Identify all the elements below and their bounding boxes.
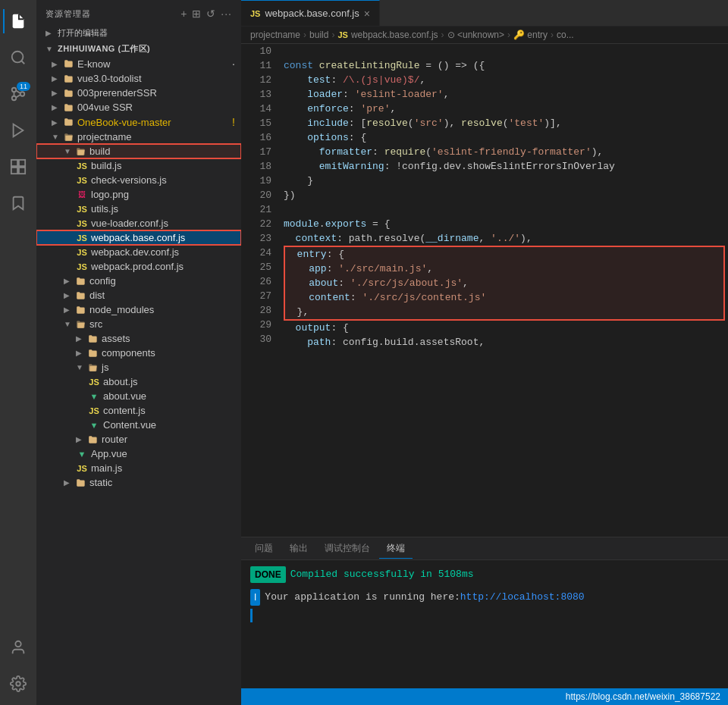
sidebar-item-build-js[interactable]: JS build.js bbox=[36, 158, 241, 173]
sidebar-item-check-versions[interactable]: JS check-versions.js bbox=[36, 173, 241, 187]
svg-line-7 bbox=[16, 95, 20, 98]
sidebar-item-projectname[interactable]: ▼ projectname bbox=[36, 130, 241, 144]
terminal-content[interactable]: DONE Compiled successfully in 5108ms I Y… bbox=[241, 560, 728, 688]
js-icon: JS bbox=[76, 233, 88, 243]
breadcrumb-sep: › bbox=[507, 30, 510, 40]
folder-icon bbox=[76, 276, 86, 287]
open-editors-label: 打开的编辑器 bbox=[58, 27, 108, 39]
sidebar-item-dist[interactable]: ▶ dist bbox=[36, 288, 241, 302]
refresh-icon[interactable]: ↺ bbox=[206, 8, 216, 20]
info-badge: I bbox=[250, 589, 260, 606]
sidebar-item-003prerender[interactable]: ▶ 003prerenderSSR bbox=[36, 86, 241, 100]
sidebar-item-js-folder[interactable]: ▼ js bbox=[36, 360, 241, 374]
sidebar-item-label: assets bbox=[102, 333, 130, 344]
workspace-title: ▼ ZHIHUIWANG (工作区) bbox=[36, 42, 241, 56]
folder-icon bbox=[64, 74, 74, 84]
chevron-icon: ▶ bbox=[64, 478, 73, 487]
sidebar-item-webpack-base[interactable]: JS webpack.base.conf.js bbox=[36, 230, 241, 245]
sidebar-item-vue3-todolist[interactable]: ▶ vue3.0-todolist bbox=[36, 71, 241, 86]
folder-open-icon bbox=[76, 319, 86, 330]
sidebar-item-e-know[interactable]: ▶ E-know · bbox=[36, 56, 241, 71]
breadcrumb-item-co: co... bbox=[557, 30, 574, 40]
breadcrumb-item-build: build bbox=[309, 30, 328, 40]
sidebar-item-main-js[interactable]: JS main.js bbox=[36, 461, 241, 475]
source-control-icon[interactable]: 11 bbox=[3, 79, 33, 109]
sidebar-item-components[interactable]: ▶ components bbox=[36, 346, 241, 360]
sidebar-item-src[interactable]: ▼ src bbox=[36, 317, 241, 331]
tab-label: webpack.base.conf.js bbox=[265, 8, 359, 19]
sidebar-item-build[interactable]: ▼ build bbox=[36, 144, 241, 158]
svg-point-0 bbox=[12, 52, 24, 63]
new-file-icon[interactable]: + bbox=[180, 8, 187, 20]
code-line bbox=[284, 202, 728, 217]
account-icon[interactable] bbox=[3, 632, 33, 663]
sidebar-item-about-js[interactable]: JS about.js bbox=[36, 374, 241, 389]
source-control-badge: 11 bbox=[17, 82, 30, 91]
sidebar-item-about-vue[interactable]: ▼ about.vue bbox=[36, 389, 241, 403]
sidebar-item-vue-loader[interactable]: JS vue-loader.conf.js bbox=[36, 216, 241, 230]
folder-open-icon bbox=[76, 146, 86, 157]
svg-point-2 bbox=[12, 88, 17, 92]
sidebar-item-logo-png[interactable]: 🖼 logo.png bbox=[36, 187, 241, 202]
sidebar-item-assets[interactable]: ▶ assets bbox=[36, 331, 241, 346]
sidebar-item-router[interactable]: ▶ router bbox=[36, 432, 241, 446]
code-line: app: './src/main.js', bbox=[285, 262, 723, 276]
code-line: test: /\.(js|vue)$/, bbox=[284, 73, 728, 87]
sidebar-item-static[interactable]: ▶ static bbox=[36, 475, 241, 490]
sidebar-item-webpack-dev[interactable]: JS webpack.dev.conf.js bbox=[36, 245, 241, 259]
tab-close-button[interactable]: × bbox=[364, 8, 370, 20]
chevron-icon: ▶ bbox=[76, 349, 85, 357]
panel-tab-debug[interactable]: 调试控制台 bbox=[317, 539, 378, 558]
breadcrumb-sep: › bbox=[303, 30, 306, 40]
warn-badge: ! bbox=[232, 116, 235, 128]
sidebar-item-label: App.vue bbox=[91, 448, 127, 459]
sidebar-item-app-vue[interactable]: ▼ App.vue bbox=[36, 446, 241, 461]
sidebar-item-content-vue[interactable]: ▼ Content.vue bbox=[36, 418, 241, 432]
folder-icon bbox=[88, 434, 99, 445]
sidebar-item-label: vue3.0-todolist bbox=[77, 73, 142, 84]
sidebar-item-utils-js[interactable]: JS utils.js bbox=[36, 202, 241, 216]
svg-point-5 bbox=[20, 92, 25, 96]
chevron-icon: ▶ bbox=[64, 277, 73, 285]
status-url[interactable]: https://blog.csdn.net/weixin_38687522 bbox=[566, 691, 720, 702]
sidebar-item-webpack-prod[interactable]: JS webpack.prod.conf.js bbox=[36, 259, 241, 274]
folder-open-icon bbox=[88, 362, 99, 373]
sidebar-item-onebook[interactable]: ▶ OneBook-vue-master ! bbox=[36, 114, 241, 130]
sidebar-item-004vue-ssr[interactable]: ▶ 004vue SSR bbox=[36, 100, 241, 114]
folder-icon bbox=[64, 58, 74, 69]
tab-js-icon: JS bbox=[250, 9, 260, 18]
folder-icon bbox=[64, 88, 74, 99]
localhost-url[interactable]: http://localhost:8080 bbox=[460, 590, 585, 605]
more-icon[interactable]: ··· bbox=[221, 8, 232, 20]
sidebar-item-node-modules[interactable]: ▶ node_modules bbox=[36, 302, 241, 317]
activity-bar: 11 bbox=[0, 0, 36, 705]
breadcrumb-js-icon: JS bbox=[337, 30, 347, 39]
search-icon[interactable] bbox=[3, 42, 33, 73]
terminal-line-running: I Your application is running here: http… bbox=[250, 589, 719, 606]
settings-icon[interactable] bbox=[3, 669, 33, 699]
panel-tab-output[interactable]: 输出 bbox=[282, 539, 315, 558]
folder-icon bbox=[76, 290, 86, 301]
sidebar-item-config[interactable]: ▶ config bbox=[36, 274, 241, 288]
main-editor: JS webpack.base.conf.js × projectname › … bbox=[241, 0, 728, 705]
chevron-icon: ▼ bbox=[76, 363, 85, 371]
chevron-icon: ▶ bbox=[64, 291, 73, 299]
code-line: entry: { bbox=[285, 247, 723, 262]
sidebar-item-label: OneBook-vue-master bbox=[77, 117, 171, 128]
bookmarks-icon[interactable] bbox=[3, 188, 33, 218]
tab-webpack-base[interactable]: JS webpack.base.conf.js × bbox=[241, 0, 380, 26]
extensions-icon[interactable] bbox=[3, 152, 33, 182]
line-numbers: 10 11 12 13 14 15 16 17 18 19 20 21 22 2… bbox=[241, 44, 278, 537]
folder-icon bbox=[64, 102, 74, 113]
panel-tab-problems[interactable]: 问题 bbox=[247, 539, 281, 558]
new-folder-icon[interactable]: ⊞ bbox=[192, 8, 202, 20]
open-editors-header[interactable]: ▶ 打开的编辑器 bbox=[36, 24, 241, 42]
panel-tab-terminal[interactable]: 终端 bbox=[379, 539, 413, 559]
run-icon[interactable] bbox=[3, 115, 33, 146]
sidebar-item-label: components bbox=[102, 347, 155, 359]
files-icon[interactable] bbox=[3, 6, 33, 36]
sidebar-item-content-js[interactable]: JS content.js bbox=[36, 403, 241, 418]
code-editor[interactable]: 10 11 12 13 14 15 16 17 18 19 20 21 22 2… bbox=[241, 44, 728, 537]
js-icon: JS bbox=[76, 205, 88, 214]
dot-badge: · bbox=[232, 58, 235, 70]
